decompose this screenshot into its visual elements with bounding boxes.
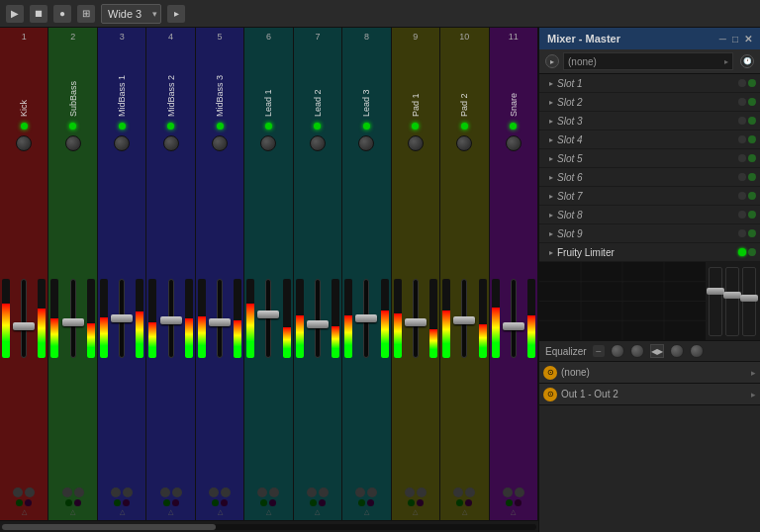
channel-led-7[interactable] [314, 123, 321, 130]
eq-knob-3[interactable] [670, 344, 684, 358]
btn-mute-3[interactable] [123, 488, 133, 497]
btn-led2-11[interactable] [515, 499, 522, 506]
channel-route-9[interactable]: △ [413, 508, 418, 516]
channel-route-3[interactable]: △ [120, 508, 125, 516]
fx-slot-led-3[interactable] [738, 117, 746, 125]
eq-fader-3[interactable] [742, 267, 756, 336]
fx-slot-led-4[interactable] [738, 135, 746, 143]
btn-led2-8[interactable] [367, 499, 374, 506]
fx-slot-green-7[interactable] [748, 192, 756, 200]
btn-mute-11[interactable] [515, 488, 524, 497]
pan-knob-1[interactable] [16, 135, 32, 151]
fx-slot-10[interactable]: ▸ Fruity Limiter [539, 243, 760, 262]
btn-green-8[interactable] [358, 499, 365, 506]
channel-led-8[interactable] [363, 123, 370, 130]
fader-handle-11[interactable] [503, 322, 524, 330]
fader-handle-1[interactable] [13, 322, 35, 330]
eq-knob-1[interactable] [611, 344, 624, 358]
fx-slot-green-3[interactable] [748, 117, 756, 125]
fx-slot-6[interactable]: ▸ Slot 6 [539, 168, 760, 187]
btn-solo-6[interactable] [257, 488, 267, 497]
btn-led2-10[interactable] [465, 499, 472, 506]
fader-handle-2[interactable] [62, 318, 84, 326]
channel-route-5[interactable]: △ [218, 508, 223, 516]
channel-route-7[interactable]: △ [315, 508, 320, 516]
fx-slot-led-7[interactable] [738, 192, 746, 200]
eq-fader-1[interactable] [709, 267, 722, 336]
pan-knob-9[interactable] [408, 135, 424, 151]
btn-green-10[interactable] [456, 499, 463, 506]
btn-mute-1[interactable] [25, 488, 35, 497]
toolbar-icon-4[interactable]: ⊞ [77, 5, 95, 23]
btn-solo-7[interactable] [307, 488, 317, 497]
toolbar-icon-2[interactable]: ⏹ [30, 5, 48, 23]
btn-green-4[interactable] [163, 499, 170, 506]
fader-handle-3[interactable] [111, 314, 133, 322]
btn-led2-5[interactable] [221, 499, 228, 506]
fx-slot-9[interactable]: ▸ Slot 9 [539, 224, 760, 243]
btn-led2-3[interactable] [123, 499, 130, 506]
eq-fader-handle-3[interactable] [740, 295, 758, 302]
pan-knob-2[interactable] [65, 135, 81, 151]
channel-route-4[interactable]: △ [168, 508, 173, 516]
fader-handle-8[interactable] [355, 314, 377, 322]
preset-dropdown[interactable]: Wide 3 [101, 4, 161, 24]
btn-led2-4[interactable] [172, 499, 179, 506]
btn-mute-8[interactable] [367, 488, 377, 497]
channel-route-1[interactable]: △ [22, 508, 27, 516]
channel-led-4[interactable] [167, 123, 174, 130]
fx-slot-green-2[interactable] [748, 98, 756, 106]
fx-slot-green-5[interactable] [748, 154, 756, 162]
btn-mute-10[interactable] [465, 488, 475, 497]
fader-handle-7[interactable] [307, 320, 329, 328]
channel-led-9[interactable] [412, 123, 419, 130]
btn-green-3[interactable] [114, 499, 121, 506]
pan-knob-3[interactable] [114, 135, 130, 151]
fx-slot-green-8[interactable] [748, 211, 756, 219]
channel-led-6[interactable] [265, 123, 272, 130]
eq-fader-handle-1[interactable] [707, 288, 724, 295]
btn-led2-2[interactable] [74, 499, 81, 506]
routing-row-send[interactable]: ⊙ (none) ▸ [539, 362, 760, 384]
btn-solo-1[interactable] [13, 488, 23, 497]
fader-handle-5[interactable] [209, 318, 231, 326]
btn-solo-4[interactable] [160, 488, 170, 497]
eq-btn-2[interactable]: ◀▶ [650, 344, 664, 358]
fx-slot-5[interactable]: ▸ Slot 5 [539, 149, 760, 168]
btn-mute-4[interactable] [172, 488, 182, 497]
pan-knob-11[interactable] [506, 135, 522, 151]
fx-slot-green-9[interactable] [748, 229, 756, 237]
fx-slot-led-9[interactable] [738, 229, 746, 237]
fx-slot-green-4[interactable] [748, 135, 756, 143]
btn-mute-6[interactable] [269, 488, 279, 497]
channel-route-11[interactable]: △ [511, 508, 516, 516]
channel-led-11[interactable] [510, 123, 517, 130]
btn-mute-5[interactable] [221, 488, 231, 497]
btn-mute-2[interactable] [74, 488, 84, 497]
pan-knob-7[interactable] [310, 135, 326, 151]
btn-solo-3[interactable] [111, 488, 121, 497]
btn-solo-10[interactable] [453, 488, 463, 497]
fx-slot-led-2[interactable] [738, 98, 746, 106]
toolbar-icon-arrow[interactable]: ▸ [167, 5, 185, 23]
channel-route-6[interactable]: △ [266, 508, 271, 516]
btn-solo-5[interactable] [209, 488, 219, 497]
btn-led2-1[interactable] [25, 499, 32, 506]
fx-slot-green-10[interactable] [748, 248, 756, 256]
fx-none-select[interactable]: (none) ▸ [563, 52, 733, 70]
fx-clock-icon[interactable]: 🕐 [740, 54, 754, 68]
fx-slot-led-6[interactable] [738, 173, 746, 181]
eq-fader-2[interactable] [725, 267, 739, 336]
channel-led-2[interactable] [69, 123, 76, 130]
fx-send-icon[interactable]: ▸ [545, 54, 559, 68]
fx-slot-green-6[interactable] [748, 173, 756, 181]
fx-slot-led-8[interactable] [738, 211, 746, 219]
channel-led-10[interactable] [461, 123, 468, 130]
fx-slot-led-5[interactable] [738, 154, 746, 162]
fader-handle-10[interactable] [453, 316, 475, 324]
fx-slot-1[interactable]: ▸ Slot 1 [539, 74, 760, 93]
btn-solo-2[interactable] [62, 488, 72, 497]
fader-handle-6[interactable] [257, 310, 279, 318]
fx-slot-2[interactable]: ▸ Slot 2 [539, 93, 760, 112]
fx-slot-4[interactable]: ▸ Slot 4 [539, 131, 760, 149]
